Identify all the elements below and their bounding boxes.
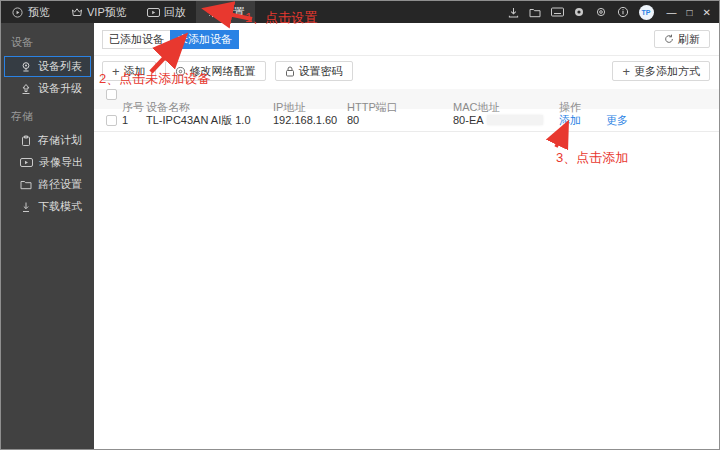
tp-avatar[interactable]: TP (639, 5, 654, 20)
tab-playback-label: 回放 (164, 5, 186, 20)
cell-http-port: 80 (347, 114, 453, 126)
info-icon[interactable] (617, 6, 630, 19)
close-button[interactable]: ✕ (703, 7, 711, 18)
play-circle-icon (11, 6, 24, 19)
col-index: 序号 (122, 100, 146, 115)
titlebar-tabs: 预览 VIP预览 回放 设置 (1, 1, 255, 23)
sidebar-item-label: 设备列表 (38, 59, 82, 74)
sidebar-item-video-export[interactable]: 录像导出 (4, 152, 91, 173)
download-icon[interactable] (507, 6, 520, 19)
video-export-icon (20, 157, 33, 168)
sidebar-item-storage-plan[interactable]: 存储计划 (4, 130, 91, 151)
col-http-port: HTTP端口 (347, 100, 453, 115)
annotation-step2: 2、点击未添加设备 (99, 70, 210, 88)
upgrade-icon (20, 83, 32, 95)
more-add-methods-button[interactable]: + 更多添加方式 (612, 61, 710, 81)
tab-added-devices[interactable]: 已添加设备 (102, 30, 170, 49)
tab-playback[interactable]: 回放 (137, 1, 196, 23)
tab-vip-preview[interactable]: VIP预览 (60, 1, 137, 23)
sidebar-item-label: 存储计划 (38, 133, 82, 148)
tab-preview[interactable]: 预览 (1, 1, 60, 23)
device-tabs-row: 已添加设备 未添加设备 刷新 (102, 30, 710, 49)
titlebar: 预览 VIP预览 回放 设置 (1, 1, 719, 23)
tab-vip-preview-label: VIP预览 (87, 5, 127, 20)
tab-settings-label: 设置 (223, 5, 245, 20)
crown-icon (70, 6, 83, 19)
refresh-icon (664, 34, 674, 44)
folder-icon (20, 179, 32, 190)
mac-prefix: 80-EA (453, 114, 484, 126)
clipboard-icon (20, 135, 32, 147)
row-checkbox[interactable] (106, 115, 117, 126)
mac-blurred-area (487, 115, 543, 125)
row-add-link[interactable]: 添加 (559, 113, 581, 128)
sidebar-item-label: 设备升级 (38, 81, 82, 96)
set-password-label: 设置密码 (299, 64, 343, 79)
sidebar-item-label: 路径设置 (38, 177, 82, 192)
more-add-methods-label: 更多添加方式 (634, 64, 700, 79)
sidebar-item-device-upgrade[interactable]: 设备升级 (4, 78, 91, 99)
window-controls: — □ ✕ (667, 7, 711, 18)
row-more-link[interactable]: 更多 (606, 113, 628, 128)
cell-index: 1 (122, 114, 146, 126)
set-password-button[interactable]: 设置密码 (275, 61, 353, 81)
annotation-step1: 1、点击设置 (245, 9, 317, 27)
playback-icon (147, 6, 160, 19)
sidebar-section-device: 设备 (1, 31, 94, 55)
device-table: 序号 设备名称 IP地址 HTTP端口 MAC地址 操作 1 TL-IPC43A… (94, 89, 719, 132)
col-ip: IP地址 (273, 100, 347, 115)
tab-preview-label: 预览 (28, 5, 50, 20)
folder-icon[interactable] (529, 6, 542, 19)
settings-gear-icon[interactable] (595, 6, 608, 19)
gear-icon (206, 6, 219, 19)
refresh-label: 刷新 (678, 32, 700, 47)
camera-icon (20, 61, 32, 73)
table-header: 序号 设备名称 IP地址 HTTP端口 MAC地址 操作 (94, 89, 719, 109)
sidebar-item-path-settings[interactable]: 路径设置 (4, 174, 91, 195)
cell-operation: 添加 更多 (559, 113, 719, 128)
cell-device-name: TL-IPC43AN AI版 1.0 (146, 113, 273, 128)
refresh-button[interactable]: 刷新 (654, 30, 710, 48)
sidebar-section-storage: 存储 (1, 105, 94, 129)
cell-mac: 80-EA (453, 114, 559, 126)
download-mode-icon (20, 201, 32, 213)
tab-unadded-devices[interactable]: 未添加设备 (170, 30, 239, 49)
lock-icon (285, 66, 295, 77)
service-gear-icon[interactable] (573, 6, 586, 19)
annotation-step3: 3、点击添加 (556, 149, 628, 167)
plus-icon: + (622, 65, 630, 78)
cell-ip: 192.168.1.60 (273, 114, 347, 126)
message-card-icon[interactable] (551, 6, 564, 19)
select-all-checkbox[interactable] (106, 89, 117, 100)
app-window: 预览 VIP预览 回放 设置 (0, 0, 720, 450)
sidebar-item-label: 录像导出 (39, 155, 83, 170)
divider (94, 55, 719, 56)
titlebar-actions: TP — □ ✕ (507, 5, 719, 20)
maximize-button[interactable]: □ (687, 7, 693, 18)
sidebar-item-label: 下载模式 (38, 199, 82, 214)
col-mac: MAC地址 (453, 100, 559, 115)
sidebar: 设备 设备列表 设备升级 存储 存储计划 录像导出 路径设置 (1, 23, 94, 449)
sidebar-item-device-list[interactable]: 设备列表 (4, 56, 91, 77)
minimize-button[interactable]: — (667, 7, 677, 18)
sidebar-item-download-mode[interactable]: 下载模式 (4, 196, 91, 217)
